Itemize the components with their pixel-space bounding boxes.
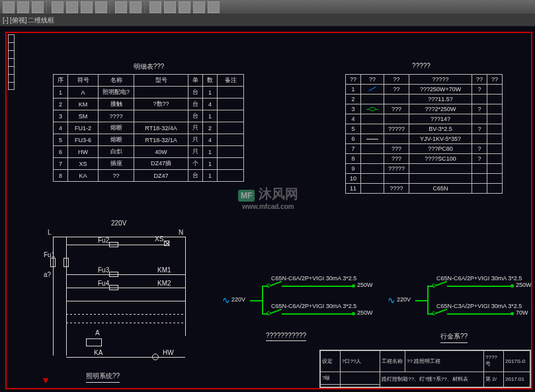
tab-collapse[interactable]: [-] [3, 17, 9, 24]
sym-diag [367, 86, 378, 91]
distribution-diagram-1: ∿ 220V C65N-C6A/2P+VIGI 30mA 3*2.5 250W … [225, 278, 370, 344]
table-row: 8???????SC100? [346, 154, 503, 164]
drawing-canvas[interactable]: 明细表??? 序符号名称型号单数备注1A照明配电?台12KM接触?数??台43S… [0, 26, 535, 392]
table-row: 7XS插座DZ47插个1 [54, 158, 244, 170]
toolbar-icon[interactable] [95, 1, 107, 13]
table-row: 5?????BV-3*2.5? [346, 124, 503, 134]
table-row: 1?????250W+70W? [346, 85, 503, 95]
table-left: 序符号名称型号单数备注1A照明配电?台12KM接触?数??台43SM????台1… [53, 74, 244, 182]
table-header: 序 [54, 75, 68, 87]
toolbar-icon[interactable] [3, 1, 15, 13]
toolbar-icon[interactable] [130, 1, 142, 13]
table-row: 6YJV-1KV-5*35? [346, 134, 503, 144]
table-row: 6HW白炽40W只1 [54, 146, 244, 158]
sym-circ [369, 107, 376, 111]
tab-frame[interactable]: 二维线框 [28, 16, 54, 25]
table-header: 数 [203, 75, 218, 87]
table-header: ?? [361, 75, 384, 85]
ammeter-icon [86, 338, 102, 346]
title-block: 设定 ?日??人 工程名称 ??.路照明工程 ????号 2017S-0 ?核 … [319, 350, 531, 388]
toolbar-icon[interactable] [66, 1, 78, 13]
table1-title: 明细表??? [53, 62, 245, 71]
view-tabbar: [-] [俯视] 二维线框 [0, 15, 535, 26]
table-right: ???????????????1?????250W+70W?2???11.5?3… [345, 74, 503, 194]
toolbar-icon[interactable] [179, 1, 190, 13]
table-row: 11????C65N [346, 184, 503, 194]
toolbar-icon[interactable] [115, 1, 127, 13]
table-row: 10 [346, 174, 503, 184]
toolbar-icon[interactable] [32, 1, 44, 13]
table-row: 4???14? [346, 114, 503, 124]
table-row: 5FU3-6熔断RT18-32/1A只4 [54, 134, 244, 146]
table-row: 2KM接触?数??台4 [54, 98, 244, 110]
table-header: 名称 [99, 75, 134, 87]
table-header: ?? [346, 75, 361, 85]
table-row: 2???11.5? [346, 95, 503, 104]
table-header: ?? [384, 75, 409, 85]
control-schematic: L 220V N Fu1 a? Fu2 XS Fu3 KM1 Fu4 KM2 A… [46, 225, 218, 377]
table-header: ?? [487, 75, 503, 85]
toolbar [0, 0, 535, 15]
ucs-icon: ▼ [41, 375, 50, 385]
ac-icon: ∿ [388, 295, 395, 305]
table2-title: ????? [345, 62, 497, 69]
left-ruler [8, 34, 15, 167]
table-row: 8KA??DZ47台1 [54, 170, 244, 182]
toolbar-icon[interactable] [52, 1, 63, 13]
toolbar-icon[interactable] [81, 1, 93, 13]
distribution-diagram-2: ∿ 220V C65N-C6A/2P+VIGI 30mA 3*2.5 250W … [390, 278, 533, 344]
table-row: 3??????2*250W? [346, 104, 503, 114]
toolbar-icon[interactable] [17, 1, 29, 13]
tab-view[interactable]: [俯视] [10, 16, 27, 25]
table-row: 7??????PC80? [346, 144, 503, 154]
table-header: 单 [188, 75, 203, 87]
table-row: 1A照明配电?台1 [54, 87, 244, 98]
sym-line [366, 139, 378, 139]
table-header: 符号 [68, 75, 99, 87]
table-row: 3SM????台1 [54, 110, 244, 122]
toolbar-icon[interactable] [193, 1, 205, 13]
table-header: ????? [409, 75, 472, 85]
table-row: 4FU1-2熔断RT18-32/4A只2 [54, 122, 244, 134]
toolbar-icon[interactable] [164, 1, 176, 13]
ac-icon: ∿ [222, 295, 230, 305]
lamp-icon [152, 354, 159, 360]
toolbar-icon[interactable] [208, 1, 220, 13]
toolbar-icon[interactable] [149, 1, 161, 13]
table-row: 9????? [346, 164, 503, 174]
table-header: 备注 [218, 75, 244, 87]
table-header: 型号 [134, 75, 188, 87]
table-header: ?? [472, 75, 487, 85]
